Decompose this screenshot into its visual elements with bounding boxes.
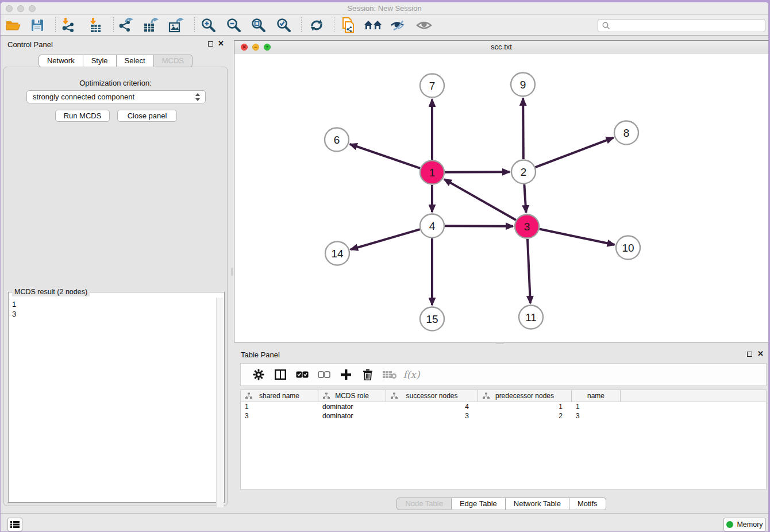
close-panel-icon[interactable]: ✕ — [218, 39, 224, 48]
zoom-fit-button[interactable] — [248, 17, 269, 34]
graph-edge-4-14[interactable] — [351, 229, 420, 249]
graph-node-8[interactable]: 8 — [614, 121, 638, 145]
toolbar-separator — [55, 17, 56, 33]
add-column-button[interactable] — [335, 366, 357, 383]
memory-button[interactable]: Memory — [723, 518, 766, 531]
search-icon — [602, 22, 610, 30]
toolbar-separator — [334, 17, 334, 33]
tab-network[interactable]: Network — [38, 55, 83, 67]
import-network-button[interactable] — [57, 17, 78, 34]
tab-style[interactable]: Style — [83, 55, 117, 67]
graph-node-2[interactable]: 2 — [511, 160, 536, 184]
graph-node-9[interactable]: 9 — [511, 73, 535, 97]
graph-edge-2-9[interactable] — [523, 98, 523, 159]
graph-edge-3-10[interactable] — [540, 229, 615, 245]
column-header-shared-name[interactable]: shared name — [241, 390, 318, 402]
zoom-in-button[interactable] — [198, 17, 219, 34]
graph-edge-3-11[interactable] — [528, 239, 530, 303]
import-network-icon — [60, 18, 75, 33]
graph-node-15[interactable]: 15 — [420, 307, 444, 331]
table-settings-button[interactable] — [248, 366, 270, 383]
graph-node-10[interactable]: 10 — [616, 236, 640, 260]
split-panel-icon — [275, 369, 286, 380]
refresh-button[interactable] — [306, 17, 327, 34]
hierarchy-icon — [323, 392, 330, 399]
graph-node-4[interactable]: 4 — [420, 214, 444, 238]
table-cell: 3 — [386, 411, 478, 421]
status-bar: Memory — [1, 513, 768, 531]
mcds-result-box[interactable]: 13 — [8, 292, 225, 503]
control-panel: Control Panel ✕ Network Style Select MCD… — [1, 36, 230, 513]
graph-edge-2-8[interactable] — [536, 138, 614, 168]
graph-edge-1-6[interactable] — [350, 144, 420, 168]
graph-edge-3-1[interactable] — [444, 179, 516, 220]
float-table-panel-icon[interactable] — [747, 352, 752, 357]
column-header-mcds-role[interactable]: MCDS role — [318, 390, 386, 402]
function-builder-button[interactable]: f(x) — [401, 366, 422, 383]
save-session-button[interactable] — [27, 17, 48, 34]
export-table-button[interactable] — [141, 17, 161, 34]
column-header-predecessor-nodes[interactable]: predecessor nodes — [478, 390, 572, 402]
graph-node-7[interactable]: 7 — [420, 74, 444, 98]
import-table-button[interactable] — [85, 17, 106, 34]
split-panel-button[interactable] — [270, 366, 291, 383]
export-table-icon — [143, 18, 159, 33]
export-image-button[interactable] — [166, 17, 187, 34]
search-input[interactable] — [613, 20, 765, 31]
optimization-criterion-select[interactable]: strongly connected component — [26, 90, 206, 103]
run-mcds-button[interactable]: Run MCDS — [55, 110, 110, 122]
graph-edge-4-3[interactable] — [445, 226, 513, 226]
plus-icon — [340, 369, 352, 380]
search-box[interactable] — [598, 19, 765, 32]
hide-graphics-details-button[interactable] — [388, 17, 409, 34]
task-history-button[interactable] — [7, 518, 22, 531]
zoom-out-button[interactable] — [224, 17, 244, 34]
table-cell: 1 — [478, 402, 572, 411]
close-panel-button[interactable]: Close panel — [117, 110, 177, 122]
close-table-panel-icon[interactable]: ✕ — [757, 349, 764, 358]
zoom-selected-button[interactable] — [274, 17, 294, 34]
graph-node-label: 1 — [429, 167, 436, 179]
toolbar-separator — [301, 17, 302, 33]
delete-table-button[interactable] — [379, 366, 401, 383]
tab-motifs[interactable]: Motifs — [569, 498, 606, 510]
home-button[interactable] — [363, 17, 383, 34]
delete-column-button[interactable] — [357, 366, 379, 383]
import-table-icon — [88, 18, 103, 33]
show-eye-button[interactable] — [414, 17, 434, 34]
table-row[interactable]: 1dominator411 — [241, 402, 766, 411]
tab-mcds[interactable]: MCDS — [154, 55, 192, 67]
network-canvas[interactable]: 7968124314101511 — [234, 53, 768, 342]
table-cell: 2 — [478, 411, 572, 421]
deselect-all-button[interactable] — [313, 366, 335, 383]
column-label: name — [587, 392, 605, 400]
select-all-button[interactable] — [291, 366, 313, 383]
tab-node-table[interactable]: Node Table — [396, 498, 452, 510]
table-row[interactable]: 3dominator323 — [241, 411, 766, 421]
column-header-successor-nodes[interactable]: successor nodes — [386, 390, 478, 402]
result-scrollbar[interactable] — [216, 298, 224, 507]
network-window: ✕ − + scc.txt 7968124314101511 — [234, 40, 768, 342]
graph-node-11[interactable]: 11 — [519, 306, 543, 329]
hierarchy-icon — [391, 392, 398, 399]
tab-edge-table[interactable]: Edge Table — [452, 498, 506, 510]
tab-select[interactable]: Select — [117, 55, 154, 67]
graph-node-label: 11 — [525, 311, 537, 323]
graph-edge-1-2[interactable] — [445, 172, 510, 172]
export-network-button[interactable] — [116, 17, 136, 34]
graph-node-3[interactable]: 3 — [515, 215, 539, 238]
toolbar-separator — [194, 17, 195, 33]
tab-network-table[interactable]: Network Table — [506, 498, 569, 510]
graph-edge-2-3[interactable] — [524, 184, 526, 213]
copy-network-button[interactable] — [338, 17, 359, 34]
graph-node-label: 15 — [426, 313, 438, 325]
graph-node-6[interactable]: 6 — [325, 128, 349, 152]
graph-node-14[interactable]: 14 — [325, 242, 349, 265]
float-panel-icon[interactable] — [208, 41, 213, 47]
horizontal-splitter-grip[interactable] — [496, 342, 504, 344]
fx-icon: f(x) — [403, 369, 419, 380]
open-session-button[interactable] — [3, 17, 24, 34]
graph-node-1[interactable]: 1 — [420, 161, 444, 184]
splitter-grip[interactable] — [231, 268, 233, 276]
column-header-name[interactable]: name — [572, 390, 621, 402]
